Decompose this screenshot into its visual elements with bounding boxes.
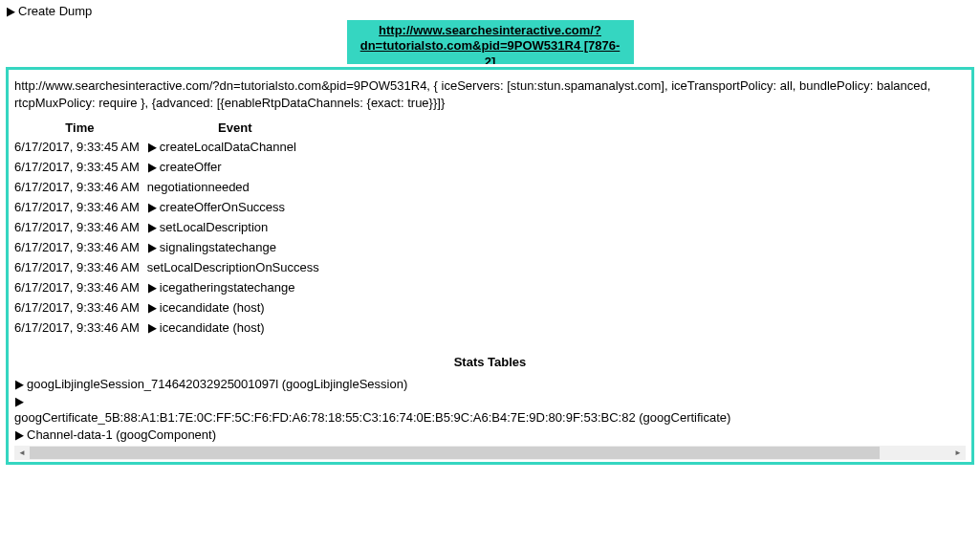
event-row[interactable]: 6/17/2017, 9:33:46 AM▶setLocalDescriptio…: [14, 217, 325, 237]
event-label: icecandidate (host): [160, 300, 265, 315]
event-label: setLocalDescriptionOnSuccess: [147, 260, 319, 274]
horizontal-scrollbar[interactable]: ◄ ►: [14, 446, 966, 460]
event-time: 6/17/2017, 9:33:45 AM: [14, 157, 145, 177]
triangle-right-icon: ▶: [15, 427, 24, 444]
events-table: Time Event 6/17/2017, 9:33:45 AM▶createL…: [14, 119, 325, 338]
event-time: 6/17/2017, 9:33:46 AM: [14, 257, 145, 277]
stats-item-label: googCertificate_5B:88:A1:B1:7E:0C:FF:5C:…: [14, 410, 730, 425]
scroll-right-icon[interactable]: ►: [950, 446, 966, 460]
event-cell[interactable]: ▶createOffer: [145, 157, 325, 177]
event-cell: setLocalDescriptionOnSuccess: [145, 257, 325, 277]
connection-panel: http://www.searchesinteractive.com/?dn=t…: [6, 67, 974, 465]
event-cell[interactable]: ▶icecandidate (host): [145, 297, 325, 317]
event-row[interactable]: 6/17/2017, 9:33:46 AM▶icecandidate (host…: [14, 297, 325, 317]
event-row[interactable]: 6/17/2017, 9:33:45 AM▶createLocalDataCha…: [14, 137, 325, 157]
triangle-right-icon: ▶: [15, 394, 24, 410]
event-time: 6/17/2017, 9:33:46 AM: [14, 177, 145, 197]
event-row[interactable]: 6/17/2017, 9:33:46 AM▶icecandidate (host…: [14, 317, 325, 338]
triangle-right-icon: ▶: [7, 4, 15, 18]
event-time: 6/17/2017, 9:33:46 AM: [14, 317, 145, 338]
event-cell[interactable]: ▶createOfferOnSuccess: [145, 197, 325, 217]
triangle-right-icon: ▶: [147, 200, 156, 214]
events-col-time: Time: [14, 119, 145, 137]
events-col-event: Event: [145, 119, 325, 137]
event-label: createOffer: [160, 160, 222, 174]
event-row[interactable]: 6/17/2017, 9:33:46 AM▶icegatheringstatec…: [14, 277, 325, 297]
event-row[interactable]: 6/17/2017, 9:33:46 AM▶signalingstatechan…: [14, 237, 325, 257]
stats-item[interactable]: ▶googCertificate_5B:88:A1:B1:7E:0C:FF:5C…: [14, 394, 966, 427]
event-label: createOfferOnSuccess: [160, 200, 285, 214]
stats-tables-heading: Stats Tables: [14, 355, 966, 369]
event-label: icegatheringstatechange: [160, 280, 295, 295]
event-cell[interactable]: ▶signalingstatechange: [145, 237, 325, 257]
event-label: negotiationneeded: [147, 180, 250, 194]
event-label: createLocalDataChannel: [160, 140, 296, 154]
create-dump-toggle[interactable]: ▶Create Dump: [6, 4, 92, 18]
event-time: 6/17/2017, 9:33:46 AM: [14, 277, 145, 297]
event-row[interactable]: 6/17/2017, 9:33:45 AM▶createOffer: [14, 157, 325, 177]
triangle-right-icon: ▶: [147, 140, 156, 154]
connection-tab[interactable]: http://www.searchesinteractive.com/?dn=t…: [347, 20, 634, 64]
event-time: 6/17/2017, 9:33:46 AM: [14, 297, 145, 317]
triangle-right-icon: ▶: [147, 220, 156, 234]
event-cell[interactable]: ▶icegatheringstatechange: [145, 277, 325, 297]
event-time: 6/17/2017, 9:33:46 AM: [14, 237, 145, 257]
connection-tab-label: http://www.searchesinteractive.com/?dn=t…: [360, 23, 621, 64]
stats-item-label: googLibjingleSession_714642032925001097l…: [27, 377, 407, 391]
event-label: signalingstatechange: [160, 240, 276, 254]
create-dump-label: Create Dump: [18, 4, 92, 18]
event-label: setLocalDescription: [160, 220, 268, 234]
triangle-right-icon: ▶: [147, 300, 156, 315]
triangle-right-icon: ▶: [147, 320, 156, 335]
event-label: icecandidate (host): [160, 320, 265, 335]
stats-item[interactable]: ▶googLibjingleSession_714642032925001097…: [14, 377, 966, 393]
event-cell: negotiationneeded: [145, 177, 325, 197]
triangle-right-icon: ▶: [15, 377, 24, 393]
stats-item[interactable]: ▶Channel-data-1 (googComponent): [14, 427, 966, 444]
event-row[interactable]: 6/17/2017, 9:33:46 AM▶createOfferOnSucce…: [14, 197, 325, 217]
event-row: 6/17/2017, 9:33:46 AMnegotiationneeded: [14, 177, 325, 197]
triangle-right-icon: ▶: [147, 240, 156, 254]
connection-description: http://www.searchesinteractive.com/?dn=t…: [14, 77, 966, 111]
event-cell[interactable]: ▶createLocalDataChannel: [145, 137, 325, 157]
event-cell[interactable]: ▶setLocalDescription: [145, 217, 325, 237]
triangle-right-icon: ▶: [147, 160, 156, 174]
stats-list: ▶googLibjingleSession_714642032925001097…: [14, 377, 966, 444]
event-time: 6/17/2017, 9:33:46 AM: [14, 217, 145, 237]
event-time: 6/17/2017, 9:33:46 AM: [14, 197, 145, 217]
scroll-thumb[interactable]: [30, 447, 880, 459]
stats-item-label: Channel-data-1 (googComponent): [27, 427, 216, 442]
triangle-right-icon: ▶: [147, 280, 156, 295]
event-row: 6/17/2017, 9:33:46 AMsetLocalDescription…: [14, 257, 325, 277]
event-cell[interactable]: ▶icecandidate (host): [145, 317, 325, 338]
scroll-left-icon[interactable]: ◄: [14, 446, 30, 460]
event-time: 6/17/2017, 9:33:45 AM: [14, 137, 145, 157]
